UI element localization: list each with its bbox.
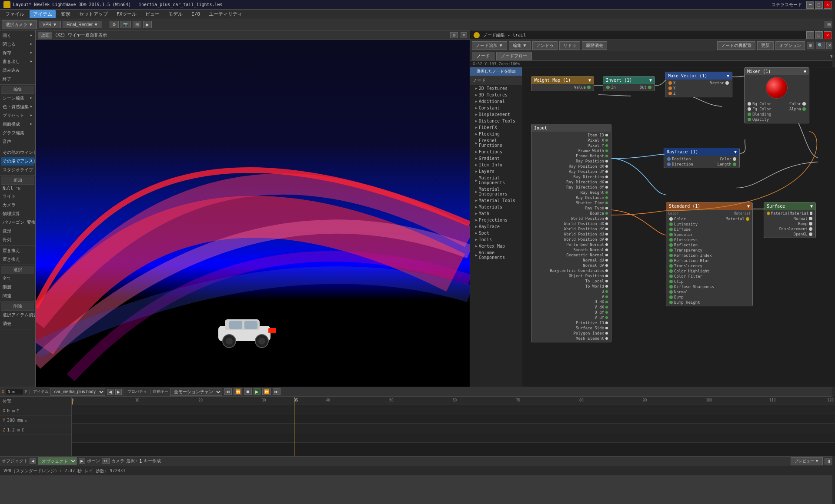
sidebar-open[interactable]: 開く ▸ bbox=[1, 31, 34, 40]
surface-node[interactable]: Surface ▼ Material Material Normal Bump … bbox=[764, 202, 816, 238]
node-item-fiberfx[interactable]: FiberFX bbox=[470, 124, 522, 131]
raytrace-dropdown[interactable]: ▼ bbox=[734, 149, 737, 154]
toolbar-extra[interactable]: ⊞ bbox=[825, 21, 833, 28]
sidebar-camera[interactable]: カメラ bbox=[1, 201, 34, 209]
make-vector-header[interactable]: Make Vector (1) ▼ bbox=[665, 72, 732, 80]
viewport-settings-btn[interactable]: ⚙ bbox=[450, 32, 458, 38]
playback-next-btn[interactable]: ⏩ bbox=[262, 388, 271, 395]
node-update-btn[interactable]: 更新 bbox=[757, 41, 774, 50]
preview-select[interactable]: プレビュー ▼ bbox=[791, 457, 823, 465]
motion-select[interactable]: 全モーションチャン bbox=[170, 388, 222, 396]
sidebar-replace2[interactable]: 置き換え bbox=[1, 255, 34, 264]
node-panel-option-btn[interactable]: ⚙ bbox=[807, 42, 814, 49]
weight-map-node[interactable]: Weight Map (1) ▼ Value bbox=[531, 76, 594, 91]
node-add-btn[interactable]: ノード追加 ▼ bbox=[472, 41, 507, 50]
playback-play-btn[interactable]: ▶ bbox=[254, 388, 261, 395]
mixer-node[interactable]: Mixer (1) ▼ Bg Color Color bbox=[744, 67, 809, 123]
node-item-materials[interactable]: Materials bbox=[470, 204, 522, 210]
grid-icon-btn[interactable]: ⊞ bbox=[133, 21, 141, 28]
node-item-3d-textures[interactable]: 3D Textures bbox=[470, 92, 522, 98]
sidebar-select-all[interactable]: 全て bbox=[1, 274, 34, 283]
sidebar-physics[interactable]: 物理演算 bbox=[1, 209, 34, 218]
vpr-btn[interactable]: VPR ▼ bbox=[39, 21, 61, 28]
sidebar-powergon[interactable]: パワーゴン 変換 bbox=[1, 218, 34, 227]
playback-stop-btn[interactable]: ⏹ bbox=[244, 388, 252, 395]
timeline-content[interactable]: 0 10 20 30 35 40 50 60 70 80 90 100 110 … bbox=[72, 397, 835, 456]
invert-header[interactable]: Invert (1) ▼ bbox=[603, 76, 655, 84]
menu-utility[interactable]: ユーティリティ bbox=[205, 10, 246, 18]
playback-prev-btn[interactable]: ⏮ bbox=[224, 388, 232, 395]
mixer-dropdown[interactable]: ▼ bbox=[804, 69, 806, 74]
node-item-material-tools[interactable]: Material Tools bbox=[470, 197, 522, 204]
raytrace-node[interactable]: RayTrace (1) ▼ Position Color Direction bbox=[664, 148, 740, 168]
node-item-raytrace[interactable]: RayTrace bbox=[470, 223, 522, 230]
sidebar-audio[interactable]: 音声 bbox=[1, 137, 34, 146]
menu-setup[interactable]: セットアップ bbox=[76, 10, 111, 18]
make-vector-node[interactable]: Make Vector (1) ▼ X Vector Y bbox=[665, 72, 732, 97]
node-item-volume-comp[interactable]: Volume Components bbox=[470, 249, 522, 261]
sidebar-import[interactable]: 読み込み bbox=[1, 66, 34, 75]
playback-start-btn[interactable]: ⏪ bbox=[234, 388, 242, 395]
sidebar-select-related[interactable]: 関連 bbox=[1, 292, 34, 300]
sidebar-null[interactable]: Null ^N bbox=[1, 185, 34, 192]
sidebar-delete[interactable]: 消去 bbox=[1, 319, 34, 328]
sidebar-graph[interactable]: グラフ編集 bbox=[1, 129, 34, 137]
render-icon-btn[interactable]: ▶ bbox=[143, 21, 152, 28]
node-panel-min[interactable]: ─ bbox=[806, 31, 814, 39]
sidebar-layout[interactable]: 画面構成 ▸ bbox=[1, 120, 34, 129]
node-item-functions[interactable]: Functions bbox=[470, 149, 522, 155]
viewport-options-btn[interactable]: ≡ bbox=[461, 32, 467, 38]
node-item-material-comp[interactable]: Material Components bbox=[470, 175, 522, 186]
item-select[interactable]: car_inertia_plus.body bbox=[50, 388, 105, 396]
render-btn[interactable]: Final_Render ▼ bbox=[63, 21, 102, 28]
node-clear-history-btn[interactable]: 履歴消去 bbox=[582, 41, 607, 50]
node-panel-close[interactable]: ✕ bbox=[824, 31, 832, 39]
node-options-btn[interactable]: オプション bbox=[775, 41, 805, 50]
camera-icon-btn[interactable]: 📷 bbox=[120, 21, 131, 28]
make-vector-dropdown[interactable]: ▼ bbox=[727, 73, 729, 78]
object-next[interactable]: ▶ bbox=[79, 458, 85, 464]
main-viewport[interactable] bbox=[36, 40, 470, 387]
sidebar-exit[interactable]: 終了 bbox=[1, 75, 34, 83]
close-button[interactable]: ✕ bbox=[824, 1, 832, 9]
node-edit-btn[interactable]: 編集 ▼ bbox=[509, 41, 531, 50]
node-item-additional[interactable]: Additional bbox=[470, 98, 522, 105]
sidebar-export[interactable]: 書き出し ▸ bbox=[1, 57, 34, 66]
node-item-spot[interactable]: Spot bbox=[470, 230, 522, 236]
node-rearrange-btn[interactable]: ノードの再配置 bbox=[717, 41, 755, 50]
invert-node[interactable]: Invert (1) ▼ In Out bbox=[603, 76, 655, 91]
sidebar-delete-selected[interactable]: 選択アイテム消去 ▸ bbox=[1, 311, 34, 319]
sidebar-color-edit[interactable]: 色・質感編集 ▸ bbox=[1, 103, 34, 111]
weight-map-header[interactable]: Weight Map (1) ▼ bbox=[531, 76, 594, 84]
surface-dropdown[interactable]: ▼ bbox=[810, 204, 813, 209]
menu-model[interactable]: モデル bbox=[165, 10, 186, 18]
input-header[interactable]: Input bbox=[531, 124, 611, 132]
node-item-distance-tools[interactable]: Distance Tools bbox=[470, 118, 522, 124]
menu-fxtools[interactable]: FXツール bbox=[113, 10, 140, 18]
menu-view[interactable]: ビュー bbox=[142, 10, 163, 18]
object-select[interactable]: オブジェクト bbox=[38, 457, 77, 465]
node-redo-btn[interactable]: リドゥ bbox=[559, 41, 580, 50]
node-item-material-int[interactable]: Material Integrators bbox=[470, 186, 522, 197]
node-item-info[interactable]: Item Info bbox=[470, 162, 522, 168]
e-icon-x[interactable]: E bbox=[25, 390, 27, 394]
standard-dropdown[interactable]: ▼ bbox=[747, 204, 750, 209]
sidebar-preset[interactable]: プリセット ▸ bbox=[1, 111, 34, 120]
sidebar-close[interactable]: 閉じる ▸ bbox=[1, 40, 34, 49]
sidebar-other-windows[interactable]: その他のウィンドウ ▸ bbox=[1, 148, 34, 157]
standard-header[interactable]: Standard (1) ▼ bbox=[666, 202, 752, 210]
node-item-constant[interactable]: Constant bbox=[470, 105, 522, 111]
node-panel-max[interactable]: □ bbox=[815, 31, 823, 39]
pause-btn[interactable]: ⏸ bbox=[825, 458, 833, 464]
sidebar-select-hierarchy[interactable]: 階層 bbox=[1, 283, 34, 292]
weight-map-dropdown[interactable]: ▼ bbox=[588, 78, 591, 83]
sidebar-assist[interactable]: その場でアシスト bbox=[1, 157, 34, 166]
node-item-fresnel[interactable]: Fresnel Functions bbox=[470, 137, 522, 149]
node-item-2d-textures[interactable]: 2D Textures bbox=[470, 85, 522, 92]
node-item-layers[interactable]: Layers bbox=[470, 168, 522, 175]
menu-io[interactable]: I/O bbox=[188, 10, 204, 18]
node-item-projections[interactable]: Projections bbox=[470, 217, 522, 223]
camera-select-btn[interactable]: 選択カメラ ▼ bbox=[2, 20, 37, 29]
raytrace-header[interactable]: RayTrace (1) ▼ bbox=[664, 148, 739, 156]
sidebar-scene-edit[interactable]: シーン編集 ▸ bbox=[1, 94, 34, 103]
